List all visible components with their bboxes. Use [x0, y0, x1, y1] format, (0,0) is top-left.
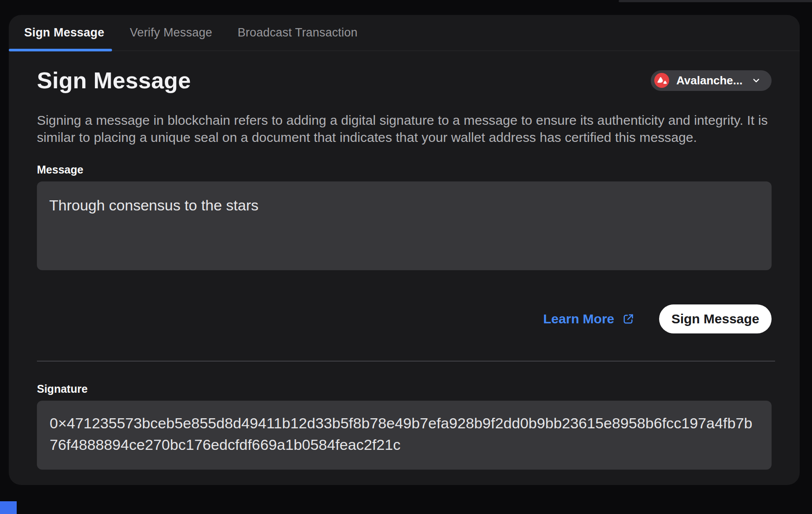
- network-selector-dropdown[interactable]: Avalanche...: [651, 70, 772, 91]
- active-tab-indicator: [9, 49, 112, 51]
- chevron-down-icon: [751, 76, 761, 85]
- message-input[interactable]: Through consensus to the stars: [37, 181, 772, 270]
- header-row: Sign Message Avalanche...: [37, 68, 772, 93]
- avalanche-logo-icon: [654, 73, 669, 88]
- panel-content: Sign Message Avalanche... Signing a mess…: [9, 68, 800, 470]
- signature-label: Signature: [37, 383, 772, 395]
- learn-more-link[interactable]: Learn More: [543, 311, 634, 326]
- top-edge-element: [619, 0, 812, 2]
- actions-row: Learn More Sign Message: [37, 304, 772, 333]
- sign-message-button[interactable]: Sign Message: [659, 304, 772, 333]
- sign-message-panel: Sign Message Verify Message Broadcast Tr…: [9, 15, 800, 485]
- learn-more-label: Learn More: [543, 311, 614, 326]
- signature-output[interactable]: 0×471235573bceb5e855d8d49411b12d33b5f8b7…: [37, 401, 772, 470]
- external-link-icon: [622, 313, 634, 325]
- tab-sign-message[interactable]: Sign Message: [24, 26, 104, 40]
- message-label: Message: [37, 163, 772, 176]
- tab-verify-message[interactable]: Verify Message: [130, 26, 212, 40]
- tab-broadcast-transaction[interactable]: Broadcast Transaction: [238, 26, 358, 40]
- tab-bar: Sign Message Verify Message Broadcast Tr…: [9, 15, 800, 51]
- description-text: Signing a message in blockchain refers t…: [37, 112, 772, 146]
- bottom-left-accent: [0, 501, 17, 514]
- network-selector-label: Avalanche...: [676, 74, 743, 87]
- page-title: Sign Message: [37, 68, 191, 93]
- section-divider: [37, 361, 775, 362]
